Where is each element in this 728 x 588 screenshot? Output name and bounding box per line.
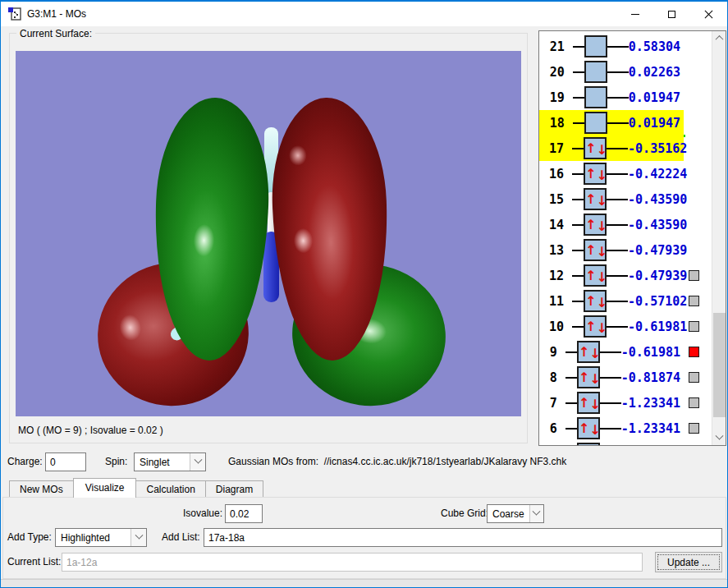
spin-down-arrow-icon: ↓ — [596, 268, 607, 287]
chevron-down-icon — [716, 432, 724, 440]
mo-number: 20 — [549, 65, 565, 80]
mo-occupancy-box: ↑ ↓ — [577, 341, 600, 363]
scroll-down-button[interactable] — [712, 431, 726, 445]
tab-visualize[interactable]: Visualize — [73, 478, 137, 498]
spin-down-arrow-icon: ↓ — [589, 420, 600, 439]
current-list-input[interactable] — [62, 553, 643, 572]
mo-row[interactable]: 5 ↑ ↓ -1.25878 — [539, 441, 712, 445]
mo-row[interactable]: 19 ↑ ↓ 0.01947 — [539, 85, 712, 110]
mo-row[interactable]: 14 ↑ ↓ -0.43590 — [539, 212, 712, 237]
mo-row[interactable]: 20 ↑ ↓ 0.02263 — [539, 59, 712, 85]
spin-dropdown-button[interactable] — [190, 453, 205, 471]
add-type-dropdown-button[interactable] — [130, 529, 146, 546]
mo-number: 11 — [549, 294, 564, 309]
add-type-select[interactable]: Highlighted — [55, 528, 147, 547]
cube-grid-dropdown-button[interactable] — [529, 505, 543, 522]
mo-row[interactable]: 6 ↑ ↓ -1.23341 — [539, 416, 712, 441]
mo-membership-square[interactable] — [689, 372, 699, 383]
mo-number: 6 — [549, 421, 557, 436]
mo-level-line: ↑ ↓ — [572, 264, 628, 287]
mo-row[interactable]: 18 ↑ ↓ 0.01947 — [539, 110, 712, 136]
mo-number: 12 — [549, 269, 564, 283]
minimize-icon — [631, 14, 639, 15]
mo-occupancy-box: ↑ ↓ — [584, 264, 607, 287]
mo-number: 9 — [549, 345, 557, 360]
maximize-button[interactable] — [653, 2, 690, 26]
mo-level-line: ↑ ↓ — [573, 112, 629, 134]
mo-level-line: ↑ ↓ — [573, 86, 629, 108]
spin-down-arrow-icon: ↓ — [596, 242, 607, 261]
add-type-value: Highlighted — [56, 532, 130, 544]
mo-list-scrollbar[interactable] — [712, 31, 726, 445]
mo-membership-square[interactable] — [689, 296, 699, 306]
mo-row[interactable]: 13 ↑ ↓ -0.47939 — [539, 237, 712, 263]
spin-down-arrow-icon: ↓ — [596, 140, 607, 159]
close-button[interactable] — [690, 2, 727, 26]
mo-number: 7 — [549, 396, 557, 411]
mo-occupancy-box: ↑ ↓ — [584, 163, 607, 185]
mo-level-line: ↑ ↓ — [573, 35, 629, 57]
tab-calculation[interactable]: Calculation — [135, 480, 205, 498]
mo-energy-value: 0.58304 — [629, 39, 684, 54]
surface-caption: MO ( (MO = 9) ; Isovalue = 0.02 ) — [18, 425, 163, 436]
spin-down-arrow-icon: ↓ — [589, 395, 600, 414]
isovalue-input[interactable] — [225, 504, 263, 523]
mo-membership-square[interactable] — [689, 397, 699, 408]
add-list-input[interactable] — [204, 528, 722, 547]
specular-highlight — [285, 141, 310, 170]
mo-row[interactable]: 21 ↑ ↓ 0.58304 — [539, 34, 712, 59]
cube-grid-select[interactable]: Coarse — [487, 504, 544, 523]
tab-new-mos[interactable]: New MOs — [9, 480, 74, 498]
mo-membership-square[interactable] — [689, 347, 699, 357]
spin-down-arrow-icon: ↓ — [596, 319, 607, 338]
mo-energy-value: -0.47939 — [628, 243, 690, 258]
mo-occupancy-box: ↑ ↓ — [584, 239, 607, 261]
title-bar[interactable]: G3:M1 - MOs — [1, 2, 727, 26]
mo-list-rows: 21 ↑ ↓ 0.58304 20 ↑ ↓ — [539, 31, 712, 445]
spin-up-arrow-icon: ↑ — [579, 368, 589, 387]
chevron-up-icon — [716, 35, 724, 44]
current-surface-label: Current Surface: — [16, 28, 95, 39]
isovalue-label: Isovalue: — [183, 504, 222, 523]
spin-down-arrow-icon: ↓ — [596, 166, 607, 185]
update-button[interactable]: Update ... — [655, 552, 722, 572]
mo-row[interactable]: 8 ↑ ↓ -0.81874 — [539, 365, 712, 390]
source-label: Gaussian MOs from: — [228, 456, 318, 467]
mo-energy-value: -0.81874 — [621, 370, 684, 385]
mo-3d-viewport[interactable] — [16, 51, 521, 416]
spin-up-arrow-icon: ↑ — [579, 419, 589, 438]
mo-row[interactable]: 16 ↑ ↓ -0.42224 — [539, 161, 712, 186]
scrollbar-thumb[interactable] — [713, 313, 726, 417]
mo-membership-square[interactable] — [689, 423, 699, 434]
mo-level-line: ↑ ↓ — [573, 61, 629, 83]
source-info: Gaussian MOs from: //icnas4.cc.ic.ac.uk/… — [228, 452, 566, 471]
mo-row[interactable]: 7 ↑ ↓ -1.23341 — [539, 390, 712, 416]
mo-level-line: ↑ ↓ — [565, 341, 621, 363]
minimize-button[interactable] — [616, 2, 653, 26]
mo-number: 15 — [549, 192, 564, 207]
spin-select[interactable]: Singlet — [134, 452, 206, 471]
mo-level-line: ↑ ↓ — [565, 366, 621, 388]
mo-level-line: ↑ ↓ — [572, 188, 628, 210]
mo-row[interactable]: 9 ↑ ↓ -0.61981 — [539, 339, 712, 365]
scroll-up-button[interactable] — [712, 31, 726, 45]
mo-row[interactable]: 15 ↑ ↓ -0.43590 — [539, 186, 712, 212]
mo-membership-square[interactable] — [689, 270, 699, 281]
mo-occupancy-box: ↑ ↓ — [584, 214, 607, 236]
mo-energy-list[interactable]: 21 ↑ ↓ 0.58304 20 ↑ ↓ — [538, 30, 726, 446]
mo-row[interactable]: 17 ↑ ↓ -0.35162 — [539, 136, 712, 161]
tab-diagram[interactable]: Diagram — [205, 480, 263, 498]
spin-up-arrow-icon: ↑ — [585, 215, 596, 234]
mo-occupancy-box: ↑ ↓ — [584, 315, 607, 338]
source-path: //icnas4.cc.ic.ac.uk/jk718/1styearlab/JK… — [324, 456, 566, 467]
mo-row[interactable]: 11 ↑ ↓ -0.57102 — [539, 288, 712, 314]
add-type-label: Add Type: — [7, 528, 52, 547]
update-button-label: Update ... — [656, 553, 721, 572]
current-surface-groupbox: Current Surface: MO ( (MO = 9) ; Isovalu… — [9, 33, 528, 443]
mo-row[interactable]: 12 ↑ ↓ -0.47939 — [539, 263, 712, 288]
mo-membership-square[interactable] — [689, 321, 699, 332]
window-title: G3:M1 - MOs — [27, 8, 86, 20]
charge-input[interactable] — [45, 452, 86, 471]
mo-row[interactable]: 10 ↑ ↓ -0.61981 — [539, 314, 712, 339]
mo-level-line: ↑ ↓ — [572, 290, 628, 312]
